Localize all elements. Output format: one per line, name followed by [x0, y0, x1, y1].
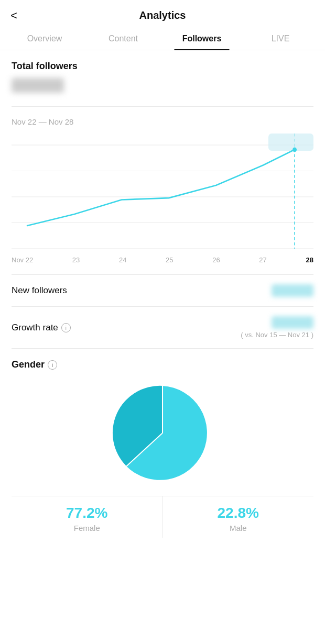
- gender-info-icon[interactable]: i: [48, 360, 57, 370]
- growth-rate-row: Growth rate i ( vs. Nov 15 — Nov 21 ): [0, 307, 325, 348]
- x-label-1: 23: [72, 256, 80, 264]
- x-label-2: 24: [119, 256, 126, 264]
- growth-rate-label: Growth rate i: [12, 323, 71, 333]
- gender-title: Gender i: [12, 359, 313, 370]
- growth-rate-vs-label: ( vs. Nov 15 — Nov 21 ): [241, 331, 313, 339]
- new-followers-value: [272, 284, 313, 297]
- growth-rate-right: ( vs. Nov 15 — Nov 21 ): [241, 316, 313, 339]
- gender-stats: 77.2% Female 22.8% Male: [12, 496, 313, 538]
- gender-section: Gender i 77.2% Female 22.8% Male: [0, 349, 325, 543]
- total-followers-value: [12, 78, 64, 93]
- male-label: Male: [168, 524, 309, 532]
- followers-chart: [12, 134, 313, 249]
- total-followers-section: Total followers: [0, 50, 325, 106]
- new-followers-row: New followers: [0, 275, 325, 306]
- x-label-4: 26: [212, 256, 220, 264]
- page-title: Analytics: [139, 9, 186, 21]
- growth-rate-value: [272, 316, 313, 329]
- tab-content[interactable]: Content: [84, 27, 162, 50]
- gender-pie-container: [12, 381, 313, 485]
- gender-pie-chart: [110, 381, 215, 485]
- female-percentage: 77.2%: [17, 505, 157, 521]
- x-label-6: 28: [306, 256, 313, 264]
- tab-bar: Overview Content Followers LIVE: [0, 27, 325, 50]
- male-stat: 22.8% Male: [162, 496, 314, 538]
- tab-overview[interactable]: Overview: [5, 27, 84, 50]
- date-range-label: Nov 22 — Nov 28: [12, 117, 313, 126]
- chart-x-labels: Nov 22 23 24 25 26 27 28: [12, 254, 313, 264]
- growth-rate-info-icon[interactable]: i: [61, 323, 71, 332]
- male-percentage: 22.8%: [168, 505, 309, 521]
- tab-followers[interactable]: Followers: [162, 27, 241, 50]
- x-label-3: 25: [166, 256, 173, 264]
- back-button[interactable]: <: [10, 9, 17, 23]
- x-label-5: 27: [259, 256, 266, 264]
- female-label: Female: [17, 524, 157, 532]
- svg-rect-6: [268, 134, 313, 151]
- new-followers-label: New followers: [12, 285, 67, 296]
- x-label-0: Nov 22: [12, 256, 33, 264]
- tab-live[interactable]: LIVE: [241, 27, 320, 50]
- header: < Analytics: [0, 0, 325, 27]
- female-stat: 77.2% Female: [12, 496, 162, 538]
- chart-section: Nov 22 — Nov 28 Nov 22 23 24 25 26 27: [0, 107, 325, 274]
- total-followers-title: Total followers: [12, 61, 313, 72]
- svg-point-7: [292, 147, 297, 152]
